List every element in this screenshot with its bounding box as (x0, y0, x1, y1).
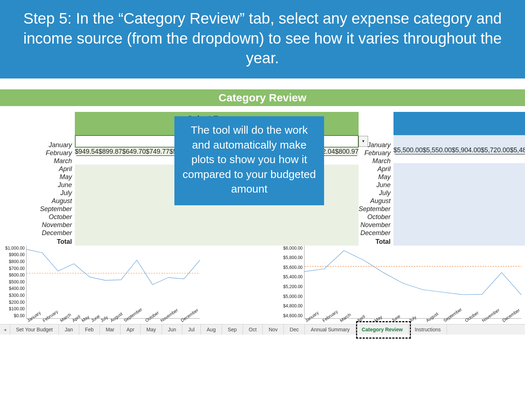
sheet-tab-feb[interactable]: Feb (79, 324, 100, 335)
month-label: February (40, 149, 72, 157)
sheet-tab-bar: ◂ Set Your BudgetJanFebMarAprMayJunJulAu… (0, 324, 525, 335)
sheet-tab-apr[interactable]: Apr (121, 324, 141, 335)
callout-box: The tool will do the work and automatica… (174, 116, 324, 205)
month-label: February (359, 149, 391, 157)
sheet-tab-annual-summary[interactable]: Annual Summary (305, 324, 356, 335)
total-label: Total (40, 237, 72, 246)
value-cell: $5,904.00 (452, 146, 481, 154)
value-cell: $5,720.00 (481, 146, 510, 154)
month-label: March (359, 157, 391, 165)
month-label: April (40, 165, 72, 173)
expense-chart: $1,000.00$900.00$800.00$700.00$600.00$50… (4, 246, 200, 333)
sheet-tab-jun[interactable]: Jun (162, 324, 182, 335)
value-cell: $5,500.00 (393, 146, 423, 154)
income-table: JanuaryFebruaryMarchAprilMayJuneJulyAugu… (359, 112, 525, 246)
month-label: December (359, 229, 391, 237)
total-label: Total (359, 237, 391, 246)
sheet-tab-aug[interactable]: Aug (201, 324, 222, 335)
month-label: November (40, 221, 72, 229)
sheet-tab-set-your-budget[interactable]: Set Your Budget (10, 324, 59, 335)
sheet-tab-mar[interactable]: Mar (100, 324, 121, 335)
month-label: August (359, 197, 391, 205)
month-label: September (359, 205, 391, 213)
sheet-title-bar: Category Review (0, 89, 525, 106)
month-label: January (40, 141, 72, 149)
income-dropdown[interactable]: Total Monthly Income (393, 135, 525, 146)
value-cell: $949.54 (75, 148, 98, 155)
charts-row: $1,000.00$900.00$800.00$700.00$600.00$50… (0, 246, 525, 333)
month-label: April (359, 165, 391, 173)
value-cell: $5,550.00 (423, 146, 452, 154)
month-label: July (40, 189, 72, 197)
month-label: June (359, 181, 391, 189)
income-header: Select IncomeCategory: (393, 112, 525, 135)
month-label: May (40, 173, 72, 181)
month-label: November (359, 221, 391, 229)
sheet-tab-dec[interactable]: Dec (284, 324, 305, 335)
chevron-down-icon[interactable]: ▼ (359, 136, 368, 147)
sheet-tab-oct[interactable]: Oct (243, 324, 263, 335)
step-banner: Step 5: In the “Category Review” tab, se… (0, 0, 525, 78)
value-cell: $749.77 (146, 148, 169, 155)
month-label: July (359, 189, 391, 197)
sheet-tab-category-review[interactable]: Category Review (356, 324, 409, 335)
sheet-tab-sep[interactable]: Sep (222, 324, 243, 335)
income-total: $64,329.00 (393, 154, 525, 163)
value-cell: $899.87 (98, 148, 122, 155)
month-label: August (40, 197, 72, 205)
month-label: October (40, 213, 72, 221)
tab-scroll-left[interactable]: ◂ (0, 324, 10, 335)
month-label: October (359, 213, 391, 221)
month-label: September (40, 205, 72, 213)
income-chart: $6,000.00$5,800.00$5,600.00$5,400.00$5,2… (282, 246, 521, 333)
value-cell: $800.97 (335, 148, 359, 155)
value-cell: $649.70 (122, 148, 146, 155)
month-label: May (359, 173, 391, 181)
sheet-tab-instructions[interactable]: Instructions (409, 324, 447, 335)
sheet-tab-jan[interactable]: Jan (59, 324, 79, 335)
sheet-tab-nov[interactable]: Nov (263, 324, 284, 335)
sheet-tab-jul[interactable]: Jul (182, 324, 201, 335)
month-label: March (40, 157, 72, 165)
month-label: June (40, 181, 72, 189)
month-label: December (40, 229, 72, 237)
value-cell: $5,481.00 (510, 146, 525, 154)
sheet-tab-may[interactable]: May (141, 324, 162, 335)
